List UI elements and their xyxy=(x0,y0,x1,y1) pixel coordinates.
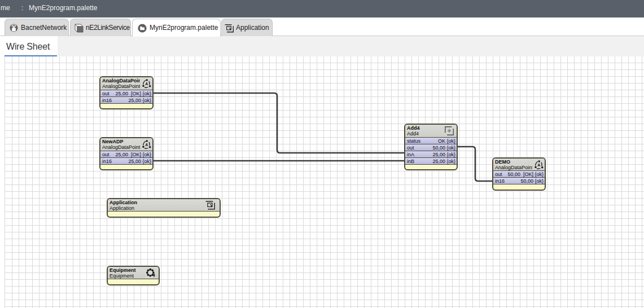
svg-text:A: A xyxy=(537,163,540,167)
svg-text:A: A xyxy=(145,82,148,86)
svg-text:A: A xyxy=(145,143,148,147)
